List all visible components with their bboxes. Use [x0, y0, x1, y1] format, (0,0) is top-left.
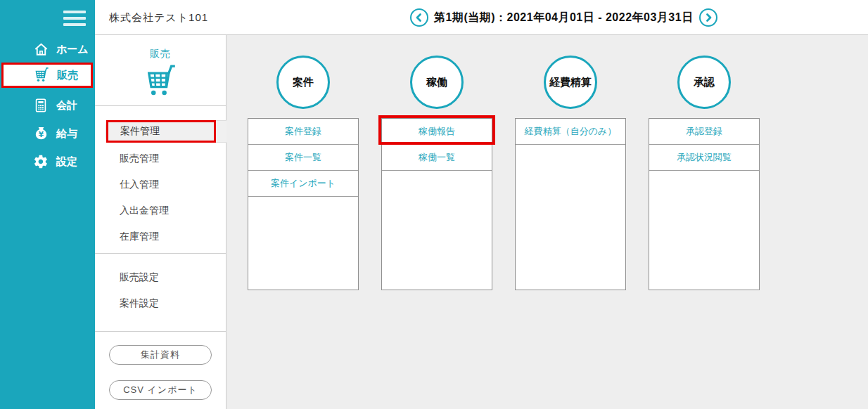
hamburger-menu-button[interactable]	[63, 11, 86, 26]
sidebar-item-label: ホーム	[56, 43, 89, 56]
app-window: 株式会社テスト101 第1期(当期)：2021年04月01日 - 2022年03…	[0, 0, 868, 409]
category-label: 案件	[293, 76, 314, 89]
submenu-item-cashflow-management[interactable]: 入出金管理	[95, 200, 226, 221]
column-project: 案件 案件登録 案件一覧 案件インポート	[248, 35, 359, 409]
sidebar-item-label: 給与	[56, 127, 77, 141]
menu-box-approval: 承認登録 承認状況閲覧	[649, 118, 760, 290]
column-expense: 経費精算 経費精算（自分のみ）	[515, 35, 626, 409]
top-header: 株式会社テスト101 第1期(当期)：2021年04月01日 - 2022年03…	[95, 0, 868, 35]
sidebar-item-label: 販売	[57, 69, 78, 82]
primary-sidebar: ホーム 販売	[0, 0, 95, 409]
menu-box-expense: 経費精算（自分のみ）	[515, 118, 626, 290]
submenu-item-sales-management[interactable]: 販売管理	[95, 148, 226, 169]
category-label: 稼働	[426, 76, 447, 89]
divider	[95, 331, 226, 332]
money-bag-icon: ¥	[32, 125, 49, 142]
link-project-list[interactable]: 案件一覧	[248, 145, 358, 171]
link-expense-self[interactable]: 経費精算（自分のみ）	[516, 119, 625, 145]
divider	[95, 105, 226, 106]
category-label: 承認	[694, 76, 715, 89]
category-circle-expense: 経費精算	[544, 56, 597, 109]
category-circle-operation: 稼働	[410, 56, 464, 109]
sidebar-item-settings[interactable]: 設定	[0, 148, 95, 176]
chevron-right-icon	[703, 12, 714, 23]
home-icon	[32, 41, 49, 58]
chevron-left-icon	[414, 12, 425, 23]
secondary-sidebar: 販売 案件管理 販売管理 仕入管理 入出金管理 在庫管理 販売設定 案件設定 集…	[95, 35, 226, 409]
submenu-item-project-management[interactable]: 案件管理	[106, 120, 226, 143]
category-circle-approval: 承認	[677, 56, 731, 109]
column-approval: 承認 承認登録 承認状況閲覧	[649, 35, 760, 409]
submenu-item-sales-settings[interactable]: 販売設定	[95, 267, 226, 288]
submenu-item-project-settings[interactable]: 案件設定	[95, 293, 226, 314]
company-title: 株式会社テスト101	[109, 0, 208, 35]
sidebar-item-label: 設定	[56, 155, 77, 169]
link-operation-report[interactable]: 稼働報告	[382, 119, 492, 145]
menu-box-project: 案件登録 案件一覧 案件インポート	[248, 118, 359, 290]
svg-text:¥: ¥	[38, 129, 44, 138]
link-project-import[interactable]: 案件インポート	[248, 171, 358, 197]
submenu-item-inventory-management[interactable]: 在庫管理	[95, 226, 226, 247]
link-approval-status[interactable]: 承認状況閲覧	[649, 145, 759, 171]
main-content: 案件 案件登録 案件一覧 案件インポート 稼働 稼働報告 稼働一覧 経費精算 経…	[226, 35, 868, 409]
module-title: 販売	[95, 48, 226, 60]
sidebar-item-sales[interactable]: 販売	[1, 63, 93, 88]
category-label: 経費精算	[549, 76, 592, 89]
period-navigator: 第1期(当期)：2021年04月01日 - 2022年03月31日	[410, 0, 717, 35]
menu-box-operation: 稼働報告 稼働一覧	[381, 118, 492, 290]
prev-period-button[interactable]	[410, 8, 428, 27]
cart-icon-large	[142, 63, 179, 103]
sidebar-item-home[interactable]: ホーム	[0, 35, 95, 63]
category-circle-project: 案件	[276, 56, 330, 109]
csv-import-button[interactable]: CSV インポート	[109, 380, 212, 400]
divider	[95, 253, 226, 254]
link-approval-register[interactable]: 承認登録	[649, 119, 759, 145]
cart-icon	[33, 67, 50, 84]
submenu-item-purchase-management[interactable]: 仕入管理	[95, 174, 226, 195]
next-period-button[interactable]	[699, 8, 717, 27]
sidebar-item-label: 会計	[56, 99, 77, 112]
link-project-register[interactable]: 案件登録	[248, 119, 358, 145]
gear-icon	[32, 153, 49, 170]
summary-report-button[interactable]: 集計資料	[109, 345, 212, 365]
sidebar-item-accounting[interactable]: 会計	[0, 91, 95, 119]
calculator-icon	[32, 97, 49, 114]
sidebar-item-payroll[interactable]: ¥ 給与	[0, 119, 95, 148]
column-operation: 稼働 稼働報告 稼働一覧	[381, 35, 492, 409]
period-label: 第1期(当期)：2021年04月01日 - 2022年03月31日	[434, 11, 694, 25]
link-operation-list[interactable]: 稼働一覧	[382, 145, 492, 171]
